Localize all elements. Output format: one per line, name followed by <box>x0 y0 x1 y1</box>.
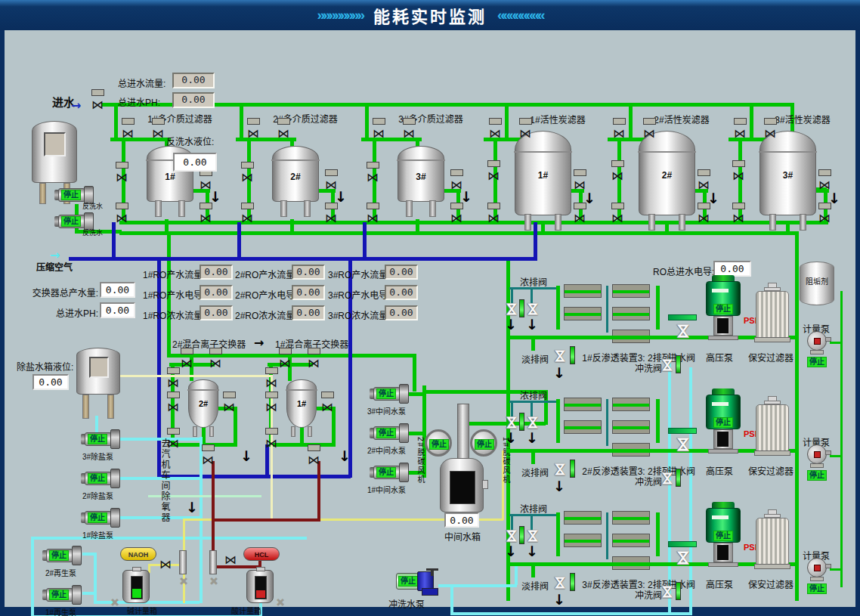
valve[interactable] <box>609 127 629 141</box>
drain-valve[interactable] <box>524 528 541 544</box>
mid-tank-input[interactable]: 0.00 <box>444 512 479 528</box>
valve[interactable] <box>484 169 503 183</box>
valve[interactable] <box>363 171 382 184</box>
ro-cond-input[interactable]: 0.00 <box>713 261 751 277</box>
demin-pump[interactable]: 停止 <box>81 508 120 528</box>
hp-pump[interactable]: 停止 <box>706 502 741 567</box>
valve[interactable] <box>304 357 323 370</box>
valve[interactable] <box>221 553 240 567</box>
inlet-butterfly-valve[interactable] <box>674 549 692 567</box>
inlet-butterfly-valve[interactable] <box>674 322 692 340</box>
pipe <box>409 392 422 396</box>
valve[interactable] <box>118 127 138 141</box>
valve[interactable] <box>274 127 293 141</box>
inlet-butterfly-valve[interactable] <box>674 435 692 453</box>
valve[interactable] <box>243 127 263 141</box>
drain-valve[interactable] <box>552 574 568 591</box>
valve[interactable] <box>112 212 131 225</box>
valve[interactable] <box>447 212 466 225</box>
mid-pump[interactable]: 停止 <box>370 423 409 443</box>
drain-valve[interactable] <box>524 414 541 431</box>
inlet-valve[interactable] <box>88 98 107 112</box>
decarb-blower[interactable]: 停止 <box>425 429 452 457</box>
flush-valve[interactable] <box>659 470 676 487</box>
backwash-pump-caption: 反洗水 <box>82 228 103 237</box>
valve[interactable] <box>261 376 281 390</box>
valve[interactable] <box>729 212 748 225</box>
valve[interactable] <box>608 169 627 183</box>
valve[interactable] <box>730 127 750 141</box>
status-stop: 停止 <box>398 576 418 587</box>
valve[interactable] <box>369 127 388 141</box>
regen-pump[interactable]: 停止 <box>42 585 82 605</box>
valve[interactable] <box>304 453 323 467</box>
valve[interactable] <box>317 401 337 414</box>
status-stop: 停止 <box>88 512 107 523</box>
dose-pump[interactable] <box>804 558 831 582</box>
pipe <box>82 553 94 556</box>
pipe <box>212 518 320 522</box>
exchanger-total-input[interactable]: 0.00 <box>100 282 135 298</box>
demin-pump[interactable]: 停止 <box>81 429 120 449</box>
drain-valve[interactable] <box>503 414 520 431</box>
valve[interactable] <box>608 212 627 225</box>
valve[interactable] <box>321 212 341 225</box>
valve[interactable] <box>219 401 239 414</box>
valve[interactable] <box>112 171 131 184</box>
hp-pump[interactable]: 停止 <box>706 388 741 453</box>
demin-level-input[interactable]: 0.00 <box>32 374 69 390</box>
media-filter-tank: 3# <box>398 146 444 202</box>
drain-valve[interactable] <box>503 528 520 544</box>
valve[interactable] <box>694 212 713 225</box>
hp-pump[interactable]: 停止 <box>706 275 741 340</box>
arrow-down-icon <box>553 366 565 380</box>
status-stop: 停止 <box>61 216 81 227</box>
valve[interactable] <box>399 127 419 141</box>
dose-pump[interactable] <box>804 331 831 355</box>
pipe <box>119 221 828 224</box>
exchanger-total-label: 交换器总产水量: <box>27 286 98 299</box>
drain-valve[interactable] <box>552 461 568 478</box>
valve[interactable] <box>198 453 218 467</box>
flush-valve-label: 冲洗阀 <box>635 475 662 488</box>
dose-pump[interactable] <box>804 444 831 469</box>
decarb-blower[interactable]: 停止 <box>470 429 497 457</box>
valve[interactable] <box>261 437 281 450</box>
valve[interactable] <box>237 212 257 225</box>
valve[interactable] <box>760 127 780 141</box>
valve[interactable] <box>163 376 183 390</box>
drain-valve[interactable] <box>552 348 568 364</box>
flush-valve[interactable] <box>659 583 676 600</box>
valve[interactable] <box>570 212 589 225</box>
flush-pump[interactable]: 停止 <box>396 570 440 596</box>
valve[interactable] <box>196 212 215 225</box>
arrow-down-icon <box>186 500 198 515</box>
pipe <box>506 562 795 566</box>
drain-valve[interactable] <box>503 301 520 317</box>
valve[interactable] <box>206 357 225 370</box>
valve[interactable] <box>639 127 659 141</box>
mid-pump[interactable]: 停止 <box>370 463 409 482</box>
valve[interactable] <box>156 558 175 571</box>
valve[interactable] <box>163 401 183 414</box>
valve[interactable] <box>163 437 183 450</box>
butterfly-valve-top <box>668 428 697 434</box>
valve[interactable] <box>729 169 748 183</box>
valve[interactable] <box>363 212 382 225</box>
valve[interactable] <box>237 171 257 184</box>
valve[interactable] <box>261 401 281 414</box>
valve[interactable] <box>485 127 505 141</box>
totals-ph-input[interactable]: 0.00 <box>100 302 135 318</box>
valve[interactable] <box>515 127 535 141</box>
membrane-core <box>565 540 601 543</box>
mid-pump[interactable]: 停止 <box>370 384 409 404</box>
valve[interactable] <box>484 212 503 225</box>
regen-pump-label: 1#再生泵 <box>45 606 76 616</box>
valve[interactable] <box>815 212 834 225</box>
flush-valve[interactable] <box>659 357 676 373</box>
drain-valve[interactable] <box>524 301 541 317</box>
demin-pump[interactable]: 停止 <box>81 469 120 488</box>
regen-pump[interactable]: 停止 <box>42 546 82 565</box>
backwash-level-input[interactable]: 0.00 <box>173 153 217 172</box>
valve[interactable] <box>148 127 168 141</box>
